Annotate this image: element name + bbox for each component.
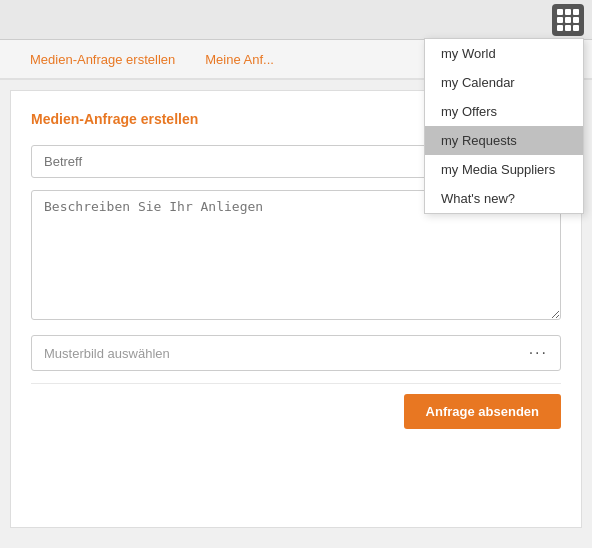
file-dots-button[interactable]: ··· — [529, 344, 548, 362]
grid-dots — [557, 9, 579, 31]
file-select-label: Musterbild auswählen — [44, 346, 529, 361]
submit-button[interactable]: Anfrage absenden — [404, 394, 561, 429]
dropdown-menu: my World my Calendar my Offers my Reques… — [424, 38, 584, 214]
dropdown-item-calendar[interactable]: my Calendar — [425, 68, 583, 97]
file-select-row[interactable]: Musterbild auswählen ··· — [31, 335, 561, 371]
dropdown-item-world[interactable]: my World — [425, 39, 583, 68]
dropdown-item-requests[interactable]: my Requests — [425, 126, 583, 155]
dropdown-item-whats-new[interactable]: What's new? — [425, 184, 583, 213]
tab-my-requests[interactable]: Meine Anf... — [190, 42, 289, 77]
dropdown-item-offers[interactable]: my Offers — [425, 97, 583, 126]
bottom-bar: Anfrage absenden — [31, 383, 561, 429]
top-bar: my World my Calendar my Offers my Reques… — [0, 0, 592, 40]
grid-menu-icon[interactable] — [552, 4, 584, 36]
dropdown-item-suppliers[interactable]: my Media Suppliers — [425, 155, 583, 184]
tab-create-request[interactable]: Medien-Anfrage erstellen — [15, 42, 190, 77]
file-group: Musterbild auswählen ··· — [31, 335, 561, 371]
